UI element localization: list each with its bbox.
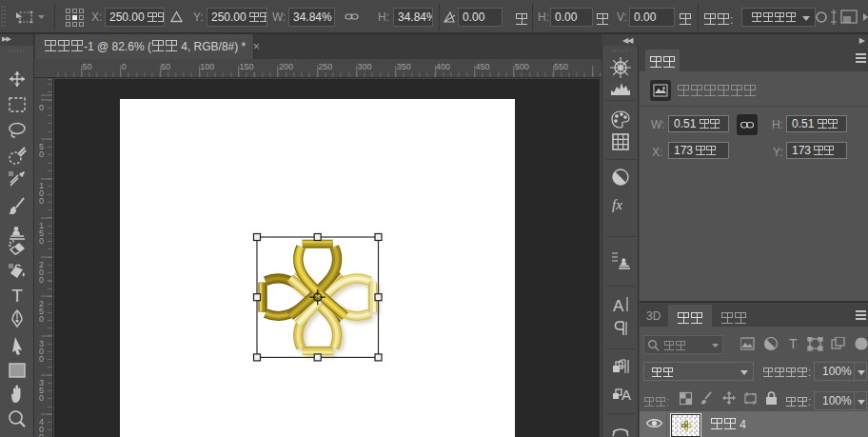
svg-text:T: T [789, 337, 798, 351]
svg-text:fx: fx [612, 197, 622, 212]
svg-text:T: T [11, 286, 23, 306]
svg-text:A: A [621, 387, 631, 403]
svg-text:A: A [613, 297, 624, 315]
